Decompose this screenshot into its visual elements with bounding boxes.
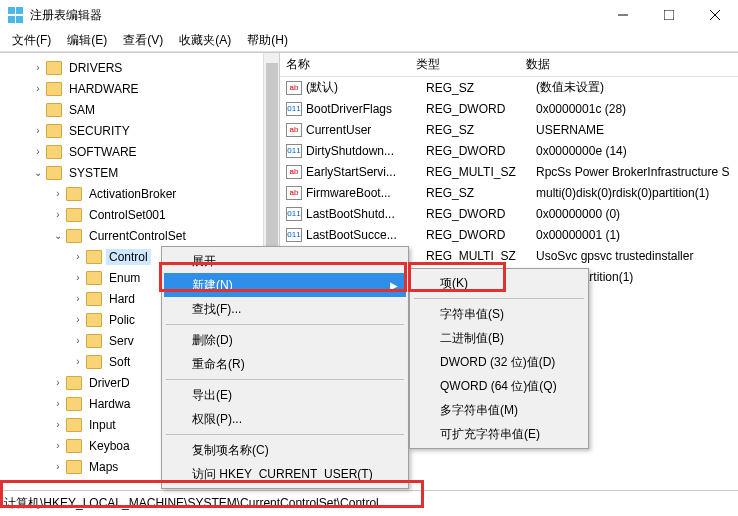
string-value-icon: ab xyxy=(286,165,302,179)
ctx-copy-key-name[interactable]: 复制项名称(C) xyxy=(164,438,406,462)
submenu-arrow-icon: ▶ xyxy=(390,280,398,291)
value-type: REG_DWORD xyxy=(426,102,536,116)
context-submenu-new: 项(K) 字符串值(S) 二进制值(B) DWORD (32 位)值(D) QW… xyxy=(409,268,589,449)
tree-label: Hard xyxy=(106,291,138,307)
tree-item[interactable]: ⌄SYSTEM xyxy=(0,162,279,183)
status-bar: 计算机\HKEY_LOCAL_MACHINE\SYSTEM\CurrentCon… xyxy=(0,490,738,516)
folder-icon xyxy=(66,187,82,201)
folder-icon xyxy=(86,334,102,348)
expand-icon[interactable]: › xyxy=(32,146,44,157)
ctx-permissions[interactable]: 权限(P)... xyxy=(164,407,406,431)
expand-icon[interactable]: › xyxy=(72,272,84,283)
tree-item[interactable]: ›SECURITY xyxy=(0,120,279,141)
ctx-new[interactable]: 新建(N)▶ xyxy=(164,273,406,297)
ctx-new-multi-string[interactable]: 多字符串值(M) xyxy=(412,398,586,422)
value-data: 0x0000001c (28) xyxy=(536,102,738,116)
col-type[interactable]: 类型 xyxy=(410,56,520,73)
col-data[interactable]: 数据 xyxy=(520,56,738,73)
list-row[interactable]: 011LastBootSucce...REG_DWORD0x00000001 (… xyxy=(280,224,738,245)
expand-icon[interactable]: › xyxy=(52,440,64,451)
ctx-find[interactable]: 查找(F)... xyxy=(164,297,406,321)
binary-value-icon: 011 xyxy=(286,228,302,242)
ctx-separator xyxy=(166,434,404,435)
list-row[interactable]: abEarlyStartServi...REG_MULTI_SZRpcSs Po… xyxy=(280,161,738,182)
ctx-separator xyxy=(166,324,404,325)
value-data: RpcSs Power BrokerInfrastructure S xyxy=(536,165,738,179)
string-value-icon: ab xyxy=(286,186,302,200)
value-name: CurrentUser xyxy=(306,123,426,137)
value-type: REG_MULTI_SZ xyxy=(426,165,536,179)
value-name: DirtyShutdown... xyxy=(306,144,426,158)
expand-icon[interactable]: › xyxy=(52,461,64,472)
folder-icon xyxy=(86,292,102,306)
ctx-expand[interactable]: 展开 xyxy=(164,249,406,273)
tree-label: SAM xyxy=(66,102,98,118)
menu-edit[interactable]: 编辑(E) xyxy=(59,32,115,49)
value-data: (数值未设置) xyxy=(536,79,738,96)
expand-icon[interactable]: › xyxy=(52,188,64,199)
expand-icon[interactable]: › xyxy=(72,314,84,325)
menu-view[interactable]: 查看(V) xyxy=(115,32,171,49)
ctx-new-binary[interactable]: 二进制值(B) xyxy=(412,326,586,350)
tree-item[interactable]: SAM xyxy=(0,99,279,120)
app-icon xyxy=(8,7,24,23)
folder-icon xyxy=(46,103,62,117)
value-type: REG_MULTI_SZ xyxy=(426,249,536,263)
expand-icon[interactable]: › xyxy=(32,125,44,136)
tree-item[interactable]: ›ActivationBroker xyxy=(0,183,279,204)
expand-icon[interactable]: › xyxy=(72,293,84,304)
folder-icon xyxy=(66,460,82,474)
folder-icon xyxy=(66,418,82,432)
value-data: multi(0)disk(0)rdisk(0)partition(1) xyxy=(536,186,738,200)
expand-icon[interactable]: › xyxy=(52,377,64,388)
list-row[interactable]: abFirmwareBoot...REG_SZmulti(0)disk(0)rd… xyxy=(280,182,738,203)
ctx-new-dword[interactable]: DWORD (32 位)值(D) xyxy=(412,350,586,374)
expand-icon[interactable]: › xyxy=(52,398,64,409)
menu-file[interactable]: 文件(F) xyxy=(4,32,59,49)
ctx-rename[interactable]: 重命名(R) xyxy=(164,352,406,376)
ctx-new-qword[interactable]: QWORD (64 位)值(Q) xyxy=(412,374,586,398)
ctx-new-string[interactable]: 字符串值(S) xyxy=(412,302,586,326)
ctx-goto-hkcu[interactable]: 访问 HKEY_CURRENT_USER(T) xyxy=(164,462,406,486)
expand-icon[interactable]: ⌄ xyxy=(52,230,64,241)
minimize-button[interactable] xyxy=(600,0,646,30)
tree-item[interactable]: ›ControlSet001 xyxy=(0,204,279,225)
tree-label: Control xyxy=(106,249,151,265)
expand-icon[interactable]: › xyxy=(32,62,44,73)
ctx-delete[interactable]: 删除(D) xyxy=(164,328,406,352)
ctx-new-key[interactable]: 项(K) xyxy=(412,271,586,295)
expand-icon[interactable]: › xyxy=(72,356,84,367)
ctx-export[interactable]: 导出(E) xyxy=(164,383,406,407)
maximize-button[interactable] xyxy=(646,0,692,30)
expand-icon[interactable]: ⌄ xyxy=(32,167,44,178)
expand-icon[interactable]: › xyxy=(32,83,44,94)
close-button[interactable] xyxy=(692,0,738,30)
tree-label: DRIVERS xyxy=(66,60,125,76)
expand-icon[interactable]: › xyxy=(72,335,84,346)
binary-value-icon: 011 xyxy=(286,144,302,158)
list-row[interactable]: abCurrentUserREG_SZUSERNAME xyxy=(280,119,738,140)
expand-icon[interactable]: › xyxy=(72,251,84,262)
menu-help[interactable]: 帮助(H) xyxy=(239,32,296,49)
tree-item[interactable]: ⌄CurrentControlSet xyxy=(0,225,279,246)
expand-icon[interactable]: › xyxy=(52,209,64,220)
tree-item[interactable]: ›HARDWARE xyxy=(0,78,279,99)
ctx-separator xyxy=(414,298,584,299)
tree-item[interactable]: ›DRIVERS xyxy=(0,57,279,78)
list-row[interactable]: 011DirtyShutdown...REG_DWORD0x0000000e (… xyxy=(280,140,738,161)
folder-icon xyxy=(66,397,82,411)
menu-favorites[interactable]: 收藏夹(A) xyxy=(171,32,239,49)
col-name[interactable]: 名称 xyxy=(280,56,410,73)
tree-label: Polic xyxy=(106,312,138,328)
value-type: REG_DWORD xyxy=(426,228,536,242)
list-row[interactable]: 011LastBootShutd...REG_DWORD0x00000000 (… xyxy=(280,203,738,224)
tree-item[interactable]: ›SOFTWARE xyxy=(0,141,279,162)
list-row[interactable]: 011BootDriverFlagsREG_DWORD0x0000001c (2… xyxy=(280,98,738,119)
list-row[interactable]: ab(默认)REG_SZ(数值未设置) xyxy=(280,77,738,98)
tree-label: ActivationBroker xyxy=(86,186,179,202)
folder-icon xyxy=(66,208,82,222)
menu-bar: 文件(F) 编辑(E) 查看(V) 收藏夹(A) 帮助(H) xyxy=(0,30,738,52)
expand-icon[interactable]: › xyxy=(52,419,64,430)
tree-label: SYSTEM xyxy=(66,165,121,181)
ctx-new-expand-string[interactable]: 可扩充字符串值(E) xyxy=(412,422,586,446)
